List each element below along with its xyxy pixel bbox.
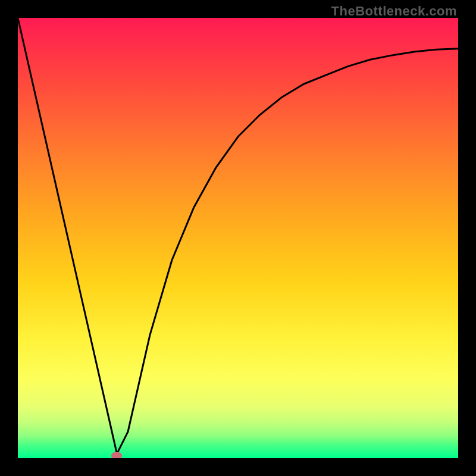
chart-frame: TheBottleneck.com <box>0 0 476 476</box>
min-marker <box>111 452 122 458</box>
bottleneck-curve-path <box>18 18 458 454</box>
watermark-text: TheBottleneck.com <box>331 4 457 19</box>
plot-area <box>18 18 458 458</box>
curve-svg <box>18 18 458 458</box>
